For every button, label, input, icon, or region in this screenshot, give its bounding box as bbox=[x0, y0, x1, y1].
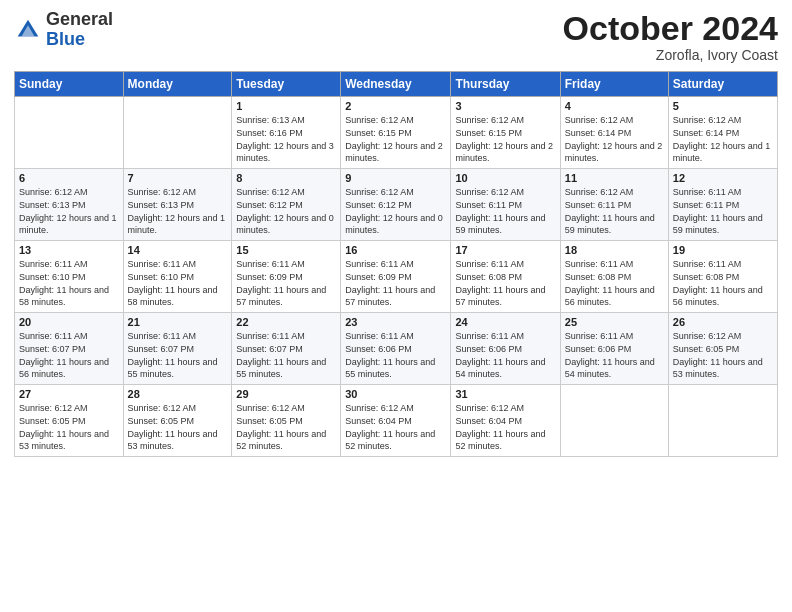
day-detail: Sunrise: 6:11 AM Sunset: 6:09 PM Dayligh… bbox=[236, 258, 336, 308]
day-number: 15 bbox=[236, 244, 336, 256]
calendar-cell: 13Sunrise: 6:11 AM Sunset: 6:10 PM Dayli… bbox=[15, 241, 124, 313]
day-detail: Sunrise: 6:12 AM Sunset: 6:13 PM Dayligh… bbox=[19, 186, 119, 236]
day-detail: Sunrise: 6:12 AM Sunset: 6:14 PM Dayligh… bbox=[673, 114, 773, 164]
day-number: 25 bbox=[565, 316, 664, 328]
day-detail: Sunrise: 6:12 AM Sunset: 6:14 PM Dayligh… bbox=[565, 114, 664, 164]
day-number: 10 bbox=[455, 172, 555, 184]
logo-blue-text: Blue bbox=[46, 29, 85, 49]
day-detail: Sunrise: 6:11 AM Sunset: 6:08 PM Dayligh… bbox=[673, 258, 773, 308]
day-number: 19 bbox=[673, 244, 773, 256]
day-number: 13 bbox=[19, 244, 119, 256]
logo-general-text: General bbox=[46, 9, 113, 29]
location-subtitle: Zorofla, Ivory Coast bbox=[563, 47, 778, 63]
calendar-cell: 26Sunrise: 6:12 AM Sunset: 6:05 PM Dayli… bbox=[668, 313, 777, 385]
calendar-cell: 25Sunrise: 6:11 AM Sunset: 6:06 PM Dayli… bbox=[560, 313, 668, 385]
day-number: 3 bbox=[455, 100, 555, 112]
calendar-table: Sunday Monday Tuesday Wednesday Thursday… bbox=[14, 71, 778, 457]
calendar-cell: 27Sunrise: 6:12 AM Sunset: 6:05 PM Dayli… bbox=[15, 385, 124, 457]
header-wednesday: Wednesday bbox=[341, 72, 451, 97]
day-number: 11 bbox=[565, 172, 664, 184]
day-number: 5 bbox=[673, 100, 773, 112]
calendar-cell: 14Sunrise: 6:11 AM Sunset: 6:10 PM Dayli… bbox=[123, 241, 232, 313]
calendar-cell: 28Sunrise: 6:12 AM Sunset: 6:05 PM Dayli… bbox=[123, 385, 232, 457]
day-detail: Sunrise: 6:11 AM Sunset: 6:09 PM Dayligh… bbox=[345, 258, 446, 308]
calendar-week-2: 6Sunrise: 6:12 AM Sunset: 6:13 PM Daylig… bbox=[15, 169, 778, 241]
day-detail: Sunrise: 6:12 AM Sunset: 6:05 PM Dayligh… bbox=[19, 402, 119, 452]
day-detail: Sunrise: 6:12 AM Sunset: 6:12 PM Dayligh… bbox=[345, 186, 446, 236]
day-detail: Sunrise: 6:11 AM Sunset: 6:07 PM Dayligh… bbox=[19, 330, 119, 380]
header-sunday: Sunday bbox=[15, 72, 124, 97]
day-detail: Sunrise: 6:11 AM Sunset: 6:07 PM Dayligh… bbox=[128, 330, 228, 380]
month-title: October 2024 bbox=[563, 10, 778, 47]
calendar-cell bbox=[15, 97, 124, 169]
day-number: 12 bbox=[673, 172, 773, 184]
calendar-cell: 15Sunrise: 6:11 AM Sunset: 6:09 PM Dayli… bbox=[232, 241, 341, 313]
calendar-cell: 30Sunrise: 6:12 AM Sunset: 6:04 PM Dayli… bbox=[341, 385, 451, 457]
day-detail: Sunrise: 6:12 AM Sunset: 6:05 PM Dayligh… bbox=[128, 402, 228, 452]
header-saturday: Saturday bbox=[668, 72, 777, 97]
day-number: 28 bbox=[128, 388, 228, 400]
calendar-week-5: 27Sunrise: 6:12 AM Sunset: 6:05 PM Dayli… bbox=[15, 385, 778, 457]
header-thursday: Thursday bbox=[451, 72, 560, 97]
calendar-cell: 6Sunrise: 6:12 AM Sunset: 6:13 PM Daylig… bbox=[15, 169, 124, 241]
calendar-cell: 21Sunrise: 6:11 AM Sunset: 6:07 PM Dayli… bbox=[123, 313, 232, 385]
day-number: 21 bbox=[128, 316, 228, 328]
calendar-cell bbox=[560, 385, 668, 457]
calendar-cell: 18Sunrise: 6:11 AM Sunset: 6:08 PM Dayli… bbox=[560, 241, 668, 313]
day-number: 31 bbox=[455, 388, 555, 400]
day-detail: Sunrise: 6:13 AM Sunset: 6:16 PM Dayligh… bbox=[236, 114, 336, 164]
day-number: 1 bbox=[236, 100, 336, 112]
calendar-cell: 16Sunrise: 6:11 AM Sunset: 6:09 PM Dayli… bbox=[341, 241, 451, 313]
calendar-cell: 1Sunrise: 6:13 AM Sunset: 6:16 PM Daylig… bbox=[232, 97, 341, 169]
calendar-cell bbox=[123, 97, 232, 169]
day-detail: Sunrise: 6:12 AM Sunset: 6:11 PM Dayligh… bbox=[455, 186, 555, 236]
day-number: 20 bbox=[19, 316, 119, 328]
calendar-cell: 31Sunrise: 6:12 AM Sunset: 6:04 PM Dayli… bbox=[451, 385, 560, 457]
calendar-week-1: 1Sunrise: 6:13 AM Sunset: 6:16 PM Daylig… bbox=[15, 97, 778, 169]
page-header: General Blue October 2024 Zorofla, Ivory… bbox=[14, 10, 778, 63]
day-number: 26 bbox=[673, 316, 773, 328]
calendar-cell: 10Sunrise: 6:12 AM Sunset: 6:11 PM Dayli… bbox=[451, 169, 560, 241]
day-detail: Sunrise: 6:12 AM Sunset: 6:04 PM Dayligh… bbox=[345, 402, 446, 452]
day-detail: Sunrise: 6:12 AM Sunset: 6:13 PM Dayligh… bbox=[128, 186, 228, 236]
day-detail: Sunrise: 6:11 AM Sunset: 6:10 PM Dayligh… bbox=[128, 258, 228, 308]
day-number: 14 bbox=[128, 244, 228, 256]
calendar-cell: 4Sunrise: 6:12 AM Sunset: 6:14 PM Daylig… bbox=[560, 97, 668, 169]
day-number: 2 bbox=[345, 100, 446, 112]
calendar-cell bbox=[668, 385, 777, 457]
calendar-cell: 22Sunrise: 6:11 AM Sunset: 6:07 PM Dayli… bbox=[232, 313, 341, 385]
day-number: 24 bbox=[455, 316, 555, 328]
day-detail: Sunrise: 6:11 AM Sunset: 6:07 PM Dayligh… bbox=[236, 330, 336, 380]
calendar-cell: 2Sunrise: 6:12 AM Sunset: 6:15 PM Daylig… bbox=[341, 97, 451, 169]
day-number: 18 bbox=[565, 244, 664, 256]
logo: General Blue bbox=[14, 10, 113, 50]
calendar-cell: 19Sunrise: 6:11 AM Sunset: 6:08 PM Dayli… bbox=[668, 241, 777, 313]
day-detail: Sunrise: 6:11 AM Sunset: 6:08 PM Dayligh… bbox=[455, 258, 555, 308]
header-friday: Friday bbox=[560, 72, 668, 97]
day-detail: Sunrise: 6:12 AM Sunset: 6:12 PM Dayligh… bbox=[236, 186, 336, 236]
day-number: 23 bbox=[345, 316, 446, 328]
calendar-cell: 17Sunrise: 6:11 AM Sunset: 6:08 PM Dayli… bbox=[451, 241, 560, 313]
day-detail: Sunrise: 6:12 AM Sunset: 6:11 PM Dayligh… bbox=[565, 186, 664, 236]
day-detail: Sunrise: 6:11 AM Sunset: 6:06 PM Dayligh… bbox=[345, 330, 446, 380]
day-number: 4 bbox=[565, 100, 664, 112]
day-detail: Sunrise: 6:12 AM Sunset: 6:05 PM Dayligh… bbox=[236, 402, 336, 452]
day-number: 6 bbox=[19, 172, 119, 184]
day-number: 9 bbox=[345, 172, 446, 184]
day-number: 27 bbox=[19, 388, 119, 400]
calendar-cell: 5Sunrise: 6:12 AM Sunset: 6:14 PM Daylig… bbox=[668, 97, 777, 169]
day-number: 7 bbox=[128, 172, 228, 184]
calendar-cell: 9Sunrise: 6:12 AM Sunset: 6:12 PM Daylig… bbox=[341, 169, 451, 241]
calendar-cell: 7Sunrise: 6:12 AM Sunset: 6:13 PM Daylig… bbox=[123, 169, 232, 241]
day-detail: Sunrise: 6:11 AM Sunset: 6:10 PM Dayligh… bbox=[19, 258, 119, 308]
calendar-cell: 29Sunrise: 6:12 AM Sunset: 6:05 PM Dayli… bbox=[232, 385, 341, 457]
day-number: 29 bbox=[236, 388, 336, 400]
day-detail: Sunrise: 6:12 AM Sunset: 6:05 PM Dayligh… bbox=[673, 330, 773, 380]
day-number: 8 bbox=[236, 172, 336, 184]
logo-icon bbox=[14, 16, 42, 44]
calendar-cell: 23Sunrise: 6:11 AM Sunset: 6:06 PM Dayli… bbox=[341, 313, 451, 385]
day-number: 17 bbox=[455, 244, 555, 256]
calendar-header-row: Sunday Monday Tuesday Wednesday Thursday… bbox=[15, 72, 778, 97]
calendar-cell: 20Sunrise: 6:11 AM Sunset: 6:07 PM Dayli… bbox=[15, 313, 124, 385]
day-detail: Sunrise: 6:12 AM Sunset: 6:15 PM Dayligh… bbox=[455, 114, 555, 164]
